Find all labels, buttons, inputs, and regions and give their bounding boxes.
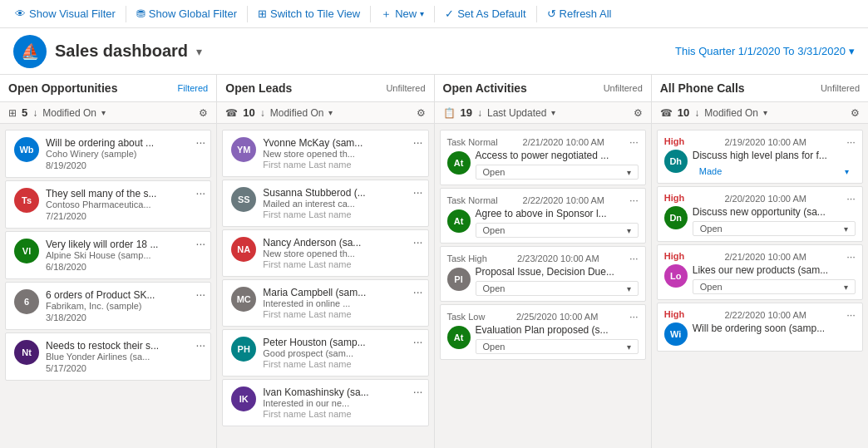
phone-date: 2/21/2020 10:00 AM <box>724 252 806 262</box>
card-more-icon[interactable]: ··· <box>196 288 206 301</box>
phone-more-icon[interactable]: ··· <box>846 135 856 148</box>
sort-down-icon[interactable]: ↓ <box>260 107 265 119</box>
opportunities-filter-status: Filtered <box>178 83 209 93</box>
tile-icon: ⊞ <box>258 7 267 20</box>
activity-status[interactable]: Open ▾ <box>476 281 639 296</box>
switch-tile-view-button[interactable]: ⊞ Switch to Tile View <box>249 4 368 23</box>
show-global-filter-label: Show Global Filter <box>149 7 237 20</box>
card-content: Yvonne McKay (sam... New store opened th… <box>263 137 421 170</box>
card-more-icon[interactable]: ··· <box>413 385 423 398</box>
leads-icon: ☎ <box>225 107 238 119</box>
activity-status[interactable]: Open ▾ <box>476 223 639 238</box>
card-subtitle: Mailed an interest ca... <box>263 199 421 209</box>
sort-down-icon[interactable]: ↓ <box>32 107 37 119</box>
avatar: Lo <box>664 264 688 288</box>
card-content: Peter Houston (samp... Good prospect (sa… <box>263 337 421 369</box>
card-more-icon[interactable]: ··· <box>196 186 206 199</box>
card-more-icon[interactable]: ··· <box>196 135 206 149</box>
activities-icon: 📋 <box>443 107 456 119</box>
phone-status[interactable]: Open ▾ <box>693 221 856 236</box>
list-item[interactable]: PH Peter Houston (samp... Good prospect … <box>222 329 428 377</box>
activities-count: 19 <box>461 106 472 119</box>
avatar: Dh <box>664 150 688 173</box>
phone-calls-sort-field[interactable]: Modified On <box>704 107 758 119</box>
list-item[interactable]: Wb Will be ordering about ... Coho Winer… <box>5 130 211 178</box>
list-item[interactable]: NA Nancy Anderson (sa... New store opene… <box>222 229 428 277</box>
card-more-icon[interactable]: ··· <box>413 135 423 149</box>
card-more-icon[interactable]: ··· <box>196 237 206 250</box>
phone-calls-filter-options-icon[interactable]: ⚙ <box>851 107 860 119</box>
card-subtitle: New store opened th... <box>263 149 421 159</box>
opportunities-board-icon: ⊞ <box>8 107 17 119</box>
list-item[interactable]: Task Normal 2/21/2020 10:00 AM ··· At Ac… <box>440 130 646 185</box>
avatar: Dn <box>664 206 688 229</box>
leads-sort-field[interactable]: Modified On <box>270 107 324 119</box>
list-item[interactable]: Task Normal 2/22/2020 10:00 AM ··· At Ag… <box>440 188 646 244</box>
list-item[interactable]: High 2/21/2020 10:00 AM ··· Lo Likes our… <box>657 244 863 300</box>
card-title: Ivan Komashinsky (sa... <box>263 386 421 398</box>
show-visual-filter-button[interactable]: 👁 Show Visual Filter <box>7 4 124 23</box>
card-content: Needs to restock their s... Blue Yonder … <box>46 340 204 373</box>
list-item[interactable]: High 2/22/2020 10:00 AM ··· Wi Will be o… <box>657 303 863 352</box>
new-label: New <box>395 7 417 20</box>
opportunities-sort-field[interactable]: Modified On <box>42 107 96 119</box>
show-global-filter-button[interactable]: ⛃ Show Global Filter <box>128 4 245 23</box>
set-default-button[interactable]: ✓ Set As Default <box>436 4 534 23</box>
activity-ellipsis-icon[interactable]: ··· <box>629 135 639 148</box>
card-subtitle: New store opened th... <box>263 249 421 258</box>
sort-down-icon[interactable]: ↓ <box>694 107 699 119</box>
title-chevron-icon[interactable]: ▾ <box>196 45 202 58</box>
phone-status[interactable]: Made ▾ <box>693 165 856 178</box>
card-subtitle: Good prospect (sam... <box>263 348 421 358</box>
list-item[interactable]: Nt Needs to restock their s... Blue Yond… <box>5 332 211 381</box>
card-more-icon[interactable]: ··· <box>413 285 423 298</box>
card-more-icon[interactable]: ··· <box>196 338 206 352</box>
list-item[interactable]: High 2/20/2020 10:00 AM ··· Dn Discuss n… <box>657 186 863 242</box>
phone-content: Discuss high level plans for f... Made ▾ <box>693 150 856 178</box>
activities-filter-status: Unfiltered <box>604 83 643 93</box>
opportunities-filter-options-icon[interactable]: ⚙ <box>199 107 208 119</box>
sort-chevron-icon[interactable]: ▾ <box>101 108 106 117</box>
sort-chevron-icon[interactable]: ▾ <box>763 108 767 117</box>
card-more-icon[interactable]: ··· <box>413 185 423 199</box>
card-subtitle: Blue Yonder Airlines (sa... <box>46 352 204 362</box>
phone-more-icon[interactable]: ··· <box>846 192 856 204</box>
card-content: Susanna Stubberod (... Mailed an interes… <box>263 187 421 219</box>
main-content: Open Opportunities Filtered ⊞ 5 ↓ Modifi… <box>0 75 868 448</box>
activity-ellipsis-icon[interactable]: ··· <box>629 310 639 322</box>
card-meta: First name Last name <box>263 309 421 319</box>
activities-filter-options-icon[interactable]: ⚙ <box>634 107 643 119</box>
activity-ellipsis-icon[interactable]: ··· <box>629 194 639 206</box>
phone-more-icon[interactable]: ··· <box>846 308 856 321</box>
list-item[interactable]: Task Low 2/25/2020 10:00 AM ··· At Evalu… <box>440 304 646 360</box>
list-item[interactable]: High 2/19/2020 10:00 AM ··· Dh Discuss h… <box>657 130 863 184</box>
activity-status[interactable]: Open ▾ <box>476 165 639 180</box>
list-item[interactable]: Task High 2/23/2020 10:00 AM ··· Pl Prop… <box>440 246 646 302</box>
list-item[interactable]: 6 6 orders of Product SK... Fabrikam, In… <box>5 282 211 330</box>
sort-down-icon[interactable]: ↓ <box>477 107 482 119</box>
phone-more-icon[interactable]: ··· <box>846 250 856 263</box>
list-item[interactable]: IK Ivan Komashinsky (sa... Interested in… <box>222 379 428 426</box>
new-button[interactable]: ＋ New ▾ <box>372 3 432 25</box>
list-item[interactable]: SS Susanna Stubberod (... Mailed an inte… <box>222 180 428 227</box>
activity-title: Agree to above in Sponsor l... <box>476 208 639 219</box>
leads-filter-options-icon[interactable]: ⚙ <box>417 107 426 119</box>
list-item[interactable]: YM Yvonne McKay (sam... New store opened… <box>222 130 428 177</box>
phone-content: Likes our new products (sam... Open ▾ <box>693 264 856 294</box>
toolbar: 👁 Show Visual Filter ⛃ Show Global Filte… <box>0 0 868 28</box>
card-more-icon[interactable]: ··· <box>413 235 423 249</box>
avatar: At <box>447 209 471 233</box>
activity-status[interactable]: Open ▾ <box>476 339 639 354</box>
list-item[interactable]: MC Maria Campbell (sam... Interested in … <box>222 279 428 327</box>
card-more-icon[interactable]: ··· <box>413 335 423 348</box>
sort-chevron-icon[interactable]: ▾ <box>328 108 333 117</box>
activity-ellipsis-icon[interactable]: ··· <box>629 252 639 264</box>
phone-date: 2/19/2020 10:00 AM <box>724 137 806 147</box>
list-item[interactable]: Ts They sell many of the s... Contoso Ph… <box>5 180 211 229</box>
refresh-all-button[interactable]: ↺ Refresh All <box>539 4 620 23</box>
list-item[interactable]: Vl Very likely will order 18 ... Alpine … <box>5 231 211 279</box>
period-selector[interactable]: This Quarter 1/1/2020 To 3/31/2020 ▾ <box>675 45 855 57</box>
activities-sort-field[interactable]: Last Updated <box>487 107 546 119</box>
sort-chevron-icon[interactable]: ▾ <box>551 108 555 117</box>
phone-status[interactable]: Open ▾ <box>693 279 856 294</box>
